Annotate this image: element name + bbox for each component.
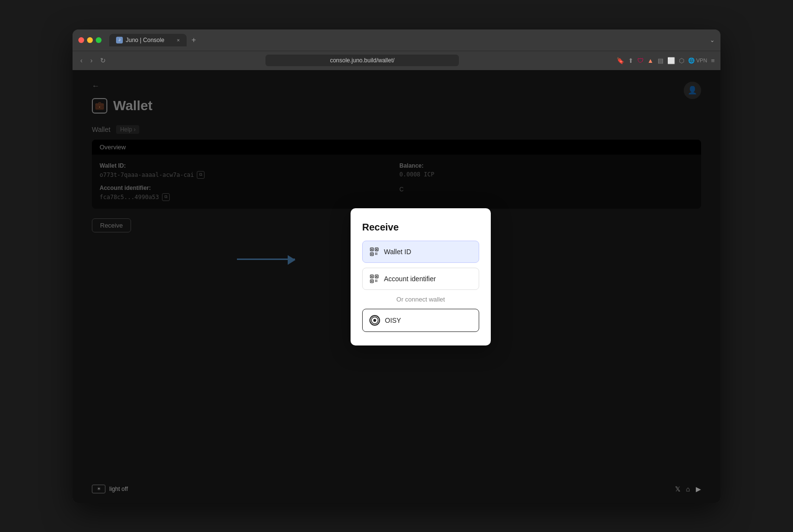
address-input[interactable] [265, 55, 459, 66]
title-bar-controls: ⌄ [710, 37, 715, 43]
account-identifier-option[interactable]: Account identifier [362, 268, 479, 290]
address-bar: ‹ › ↻ 🔖 ⬆ 🛡 ▲ ▤ ⬜ ⬡ 🌐 VPN ≡ [73, 51, 720, 70]
bookmark-icon[interactable]: 🔖 [617, 57, 624, 64]
svg-rect-18 [375, 281, 376, 282]
svg-rect-6 [375, 252, 376, 253]
footer: ☀ light off 𝕏 ⌂ ▶ [92, 485, 701, 493]
svg-rect-17 [377, 279, 378, 280]
wallet-extension-icon[interactable]: ⬡ [679, 57, 684, 64]
extension-icon[interactable]: ⬜ [667, 57, 675, 64]
svg-rect-1 [371, 248, 373, 250]
footer-social-links: 𝕏 ⌂ ▶ [675, 485, 701, 493]
github-link[interactable]: ⌂ [686, 485, 690, 493]
oisy-icon [369, 315, 380, 326]
active-tab[interactable]: J Juno | Console × [109, 34, 187, 46]
new-tab-button[interactable]: + [189, 35, 199, 45]
svg-rect-7 [377, 252, 378, 253]
svg-rect-3 [376, 248, 378, 250]
svg-rect-8 [375, 254, 376, 255]
vpn-label[interactable]: 🌐 VPN [688, 58, 707, 64]
svg-rect-9 [377, 254, 378, 255]
oisy-wallet-option[interactable]: OISY [362, 309, 479, 332]
tab-close-button[interactable]: × [177, 37, 180, 43]
reader-view-icon[interactable]: ▤ [658, 57, 663, 64]
wallet-id-option-label: Wallet ID [384, 248, 411, 256]
wallet-id-option[interactable]: Wallet ID [362, 241, 479, 263]
svg-rect-19 [377, 281, 378, 282]
window-expand-icon: ⌄ [710, 37, 715, 43]
light-off-label: light off [109, 486, 128, 492]
oisy-wallet-label: OISY [385, 316, 401, 324]
tab-favicon: J [116, 37, 123, 43]
qr-code-icon-2 [369, 274, 379, 284]
tab-bar: J Juno | Console × + [109, 34, 706, 46]
svg-rect-13 [376, 275, 378, 277]
reload-button[interactable]: ↻ [98, 56, 108, 65]
svg-rect-16 [375, 279, 376, 280]
fullscreen-window-button[interactable] [96, 37, 102, 43]
back-nav-button[interactable]: ‹ [78, 56, 85, 65]
forward-nav-button[interactable]: › [88, 56, 95, 65]
title-bar: J Juno | Console × + ⌄ [73, 29, 720, 51]
modal-divider: Or connect wallet [362, 296, 479, 303]
qr-code-icon [369, 247, 379, 257]
svg-rect-5 [371, 253, 373, 255]
twitter-link[interactable]: 𝕏 [675, 485, 680, 493]
minimize-window-button[interactable] [87, 37, 93, 43]
tab-title: Juno | Console [126, 37, 164, 43]
page-content: ← 👤 💼 Wallet Wallet Help › Overview Wall… [73, 70, 720, 503]
close-window-button[interactable] [78, 37, 84, 43]
svg-rect-11 [371, 275, 373, 277]
brave-icon[interactable]: ▲ [647, 57, 654, 64]
menu-icon[interactable]: ≡ [711, 57, 715, 64]
account-identifier-option-label: Account identifier [384, 275, 436, 283]
svg-rect-15 [371, 280, 373, 282]
modal-title: Receive [362, 222, 479, 233]
svg-point-21 [373, 319, 376, 322]
modal-overlay: Receive [73, 70, 720, 503]
light-toggle-button[interactable]: ☀ [92, 485, 105, 493]
receive-modal: Receive [351, 208, 491, 345]
browser-window: J Juno | Console × + ⌄ ‹ › ↻ 🔖 ⬆ 🛡 ▲ ▤ ⬜… [73, 29, 720, 503]
footer-left: ☀ light off [92, 485, 128, 493]
shield-icon[interactable]: 🛡 [637, 57, 644, 64]
traffic-lights [78, 37, 102, 43]
share-icon[interactable]: ⬆ [628, 57, 633, 64]
browser-toolbar-icons: 🔖 ⬆ 🛡 ▲ ▤ ⬜ ⬡ 🌐 VPN ≡ [617, 57, 715, 64]
youtube-link[interactable]: ▶ [696, 485, 701, 493]
